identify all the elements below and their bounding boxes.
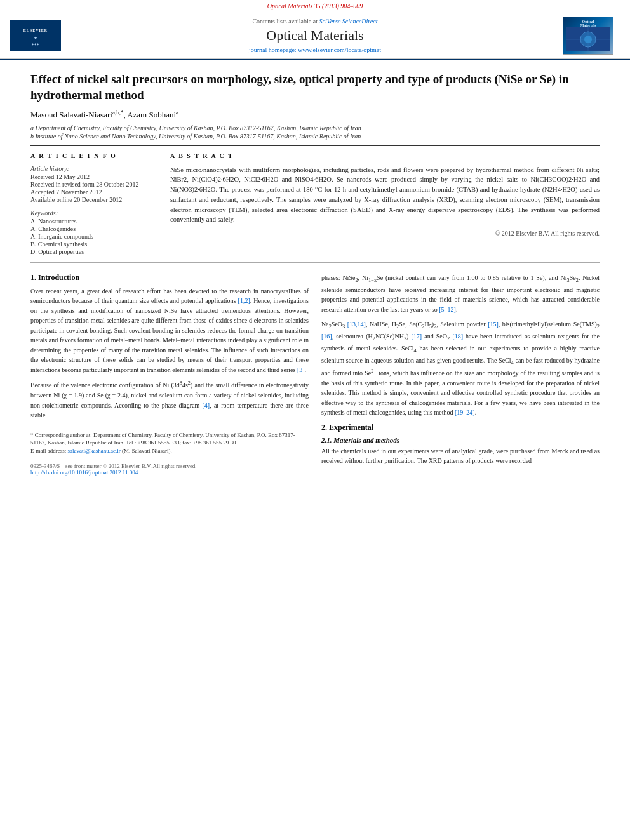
author2-sup: a [176, 109, 178, 116]
experimental-heading: 2. Experimental [321, 423, 600, 432]
main-divider [30, 145, 600, 146]
main-content: Effect of nickel salt precursors on morp… [0, 60, 630, 488]
keyword-5: D. Optical properties [30, 248, 158, 255]
section-divider [30, 262, 600, 263]
cite-5-12[interactable]: [5–12] [439, 306, 456, 313]
cite-18[interactable]: [18] [452, 333, 463, 340]
keyword-2: A. Chalcogenides [30, 225, 158, 232]
abstract-col: A B S T R A C T NiSe micro/nanocrystals … [170, 152, 600, 256]
exp-para1: All the chemicals used in our experiment… [321, 446, 600, 466]
article-title: Effect of nickel salt precursors on morp… [30, 72, 600, 103]
history-label: Article history: [30, 165, 158, 172]
keyword-3: A. Inorganic compounds [30, 233, 158, 240]
journal-center-info: Contents lists available at SciVerse Sci… [67, 18, 563, 53]
keyword-4: B. Chemical synthesis [30, 241, 158, 248]
thumb-title: OpticalMaterials [580, 20, 596, 27]
footnote-corresponding: * Corresponding author at: Department of… [30, 431, 309, 447]
cite-17[interactable]: [17] [411, 333, 422, 340]
copyright-line: © 2012 Elsevier B.V. All rights reserved… [170, 230, 600, 237]
sciverse-text: Contents lists available at [252, 18, 317, 25]
body-col-right: phases: NiSe2, Ni1−xSe (nickel content c… [321, 273, 600, 476]
journal-title: Optical Materials [67, 27, 563, 44]
cite-13-14[interactable]: [13,14] [347, 321, 366, 328]
author2-name: , Azam Sobhani [123, 110, 176, 120]
journal-logo-right: OpticalMaterials [563, 17, 620, 55]
right-para2: Na2SeO3 [13,14], NaHSe, H2Se, Se(C2H5)2,… [321, 319, 600, 417]
abstract-text: NiSe micro/nanocrystals with multiform m… [170, 165, 600, 225]
abstract-label: A B S T R A C T [170, 152, 600, 161]
footer-bottom: 0925-3467/$ – see front matter © 2012 El… [30, 460, 309, 476]
elsevier-logo: ELSEVIER ◆ ◆◆◆ [10, 20, 61, 51]
footer-doi[interactable]: http://dx.doi.org/10.1016/j.optmat.2012.… [30, 469, 309, 476]
received-date: Received 12 May 2012 [30, 173, 158, 180]
footnote-email: E-mail address: salavati@kashanu.ac.ir (… [30, 447, 309, 455]
keyword-1: A. Nanostructures [30, 218, 158, 225]
revised-date: Received in revised form 28 October 2012 [30, 181, 158, 188]
author1-name: Masoud Salavati-Niasari [30, 110, 112, 120]
affiliation-a: a Department of Chemistry, Faculty of Ch… [30, 124, 600, 131]
sciverse-link[interactable]: SciVerse ScienceDirect [319, 18, 377, 25]
intro-heading: 1. Introduction [30, 273, 309, 283]
cite-15[interactable]: [15] [488, 321, 499, 328]
body-col-left: 1. Introduction Over recent years, a gre… [30, 273, 309, 476]
sciverse-line: Contents lists available at SciVerse Sci… [67, 18, 563, 25]
top-citation-text: Optical Materials 35 (2013) 904–909 [267, 3, 363, 10]
journal-top-citation: Optical Materials 35 (2013) 904–909 [0, 0, 630, 11]
keywords-label: Keywords: [30, 210, 158, 217]
elsevier-svg: ELSEVIER ◆ ◆◆◆ [17, 23, 55, 48]
footnote-section: * Corresponding author at: Department of… [30, 427, 309, 455]
body-section: 1. Introduction Over recent years, a gre… [30, 273, 600, 476]
elsevier-logo-container: ELSEVIER ◆ ◆◆◆ [10, 20, 67, 51]
intro-para1: Over recent years, a great deal of resea… [30, 286, 309, 375]
cite-1-2[interactable]: [1,2] [238, 297, 250, 304]
cite-3[interactable]: [3] [297, 366, 305, 373]
svg-text:◆◆◆: ◆◆◆ [31, 43, 39, 46]
right-para1: phases: NiSe2, Ni1−xSe (nickel content c… [321, 273, 600, 314]
journal-banner: Optical Materials 35 (2013) 904–909 ELSE… [0, 0, 630, 60]
page: Optical Materials 35 (2013) 904–909 ELSE… [0, 0, 630, 840]
footer-issn: 0925-3467/$ – see front matter © 2012 El… [30, 463, 309, 469]
cite-16[interactable]: [16] [321, 333, 332, 340]
article-info-col: A R T I C L E I N F O Article history: R… [30, 152, 158, 256]
accepted-date: Accepted 7 November 2012 [30, 189, 158, 196]
opt-materials-thumbnail: OpticalMaterials [563, 17, 613, 55]
materials-methods-heading: 2.1. Materials and methods [321, 436, 600, 444]
author1-sup: a,b,* [112, 109, 124, 116]
authors-line: Masoud Salavati-Niasaria,b,*, Azam Sobha… [30, 109, 600, 120]
info-abstract-section: A R T I C L E I N F O Article history: R… [30, 152, 600, 256]
svg-text:ELSEVIER: ELSEVIER [23, 29, 48, 32]
email-link[interactable]: salavati@kashanu.ac.ir [67, 448, 120, 454]
intro-para2: Because of the valence electronic config… [30, 380, 309, 420]
thumb-image [566, 27, 610, 51]
cite-4[interactable]: [4] [203, 402, 210, 409]
article-info-label: A R T I C L E I N F O [30, 152, 158, 161]
cite-19-24[interactable]: [19–24] [455, 409, 475, 416]
affiliation-b: b Institute of Nano Science and Nano Tec… [30, 133, 600, 140]
available-date: Available online 20 December 2012 [30, 196, 158, 203]
journal-header: ELSEVIER ◆ ◆◆◆ Contents lists available … [0, 11, 630, 59]
journal-homepage[interactable]: journal homepage: www.elsevier.com/locat… [67, 46, 563, 53]
svg-text:◆: ◆ [34, 36, 37, 39]
